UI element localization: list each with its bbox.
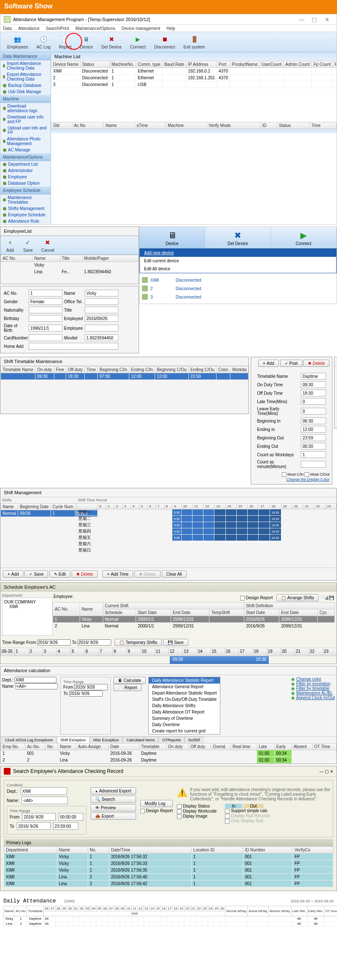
toolbar-disconnect[interactable]: ⏹Disconnect	[150, 34, 179, 50]
search-name[interactable]	[21, 797, 68, 804]
sidebar-item[interactable]: AC Manage	[0, 147, 51, 153]
report-option[interactable]: Daily Attendance OT Report	[149, 709, 220, 715]
report-option[interactable]: Daily Attendance Shifts	[149, 703, 220, 709]
sidebar-item[interactable]: Shifts Management	[0, 205, 51, 212]
minimize-button[interactable]: —	[295, 16, 308, 23]
report-dropdown[interactable]: Daily Attendance Statistic ReportAttenda…	[148, 677, 220, 735]
menu-edit-all[interactable]: Edit All device	[140, 265, 336, 273]
sm-save[interactable]: ✓ Save	[24, 571, 48, 578]
toolbar-report[interactable]: 📄Report	[55, 34, 76, 50]
report-option[interactable]: Attendance General Report	[149, 684, 220, 690]
calc-dept-select[interactable]	[14, 677, 56, 683]
toolbar-employees[interactable]: 👥Employees	[3, 34, 32, 50]
employee-list-title: EmployeeList	[0, 227, 139, 236]
dept-tree[interactable]: OUR COMPANY XIMI	[2, 598, 53, 635]
sidebar-item[interactable]: Import Attendance Checking Data	[0, 60, 51, 71]
sidebar-group: Machine	[0, 95, 51, 103]
preview-button[interactable]: 👁 Preview	[91, 804, 136, 811]
sidebar-item[interactable]: Usb Disk Manage	[0, 89, 51, 95]
menu-attendance[interactable]: Attendance	[18, 26, 40, 31]
calculate-button[interactable]: 🖩 Calculate	[113, 677, 146, 684]
sidebar-item[interactable]: Department List	[0, 161, 51, 167]
menu-edit-current[interactable]: Edit current device	[140, 257, 336, 265]
tt-post-button[interactable]: ✓ Post	[280, 360, 302, 367]
main-app-window: Attendance Management Program - [Temp-Su…	[0, 14, 337, 225]
add-button[interactable]: +Add	[1, 237, 19, 253]
report-option[interactable]: Create report for current grid	[149, 728, 220, 734]
toolbar-ac-log[interactable]: 🕓AC Log	[32, 34, 54, 50]
close-button[interactable]: ✕	[321, 16, 333, 23]
search-button[interactable]: 🔍 Search	[91, 796, 136, 803]
report-option[interactable]: Daily Overtime	[149, 722, 220, 728]
toolbar-exit-system[interactable]: 🚪Exit system	[179, 34, 209, 50]
sidebar-item[interactable]: Export Attendance Checking Data	[0, 71, 51, 82]
sidebar-item[interactable]: Administrator	[0, 167, 51, 174]
report-option[interactable]: Staff's On-Duty/Off-Duty Timetable	[149, 696, 220, 703]
menu-add-device[interactable]: Add new device	[140, 249, 336, 257]
machine-table: Device NameStatusMachineNo.Comm. typeBau…	[51, 61, 337, 88]
calc-name-select[interactable]	[16, 683, 58, 689]
maximize-button[interactable]: ▢	[308, 16, 321, 23]
sidebar-item[interactable]: Backup Database	[0, 82, 51, 89]
sidebar-item[interactable]: Upload user info and FP	[0, 125, 51, 136]
sm-clear[interactable]: Clear All	[162, 571, 187, 578]
sidebar-item[interactable]: Attendance Photo Management	[0, 136, 51, 147]
temp-shifts-button[interactable]: 📋 Temporary Shifts	[115, 639, 162, 646]
sidebar-item[interactable]: Attendance Rule	[0, 218, 51, 224]
sch-save-button[interactable]: 💾 Save	[163, 639, 188, 646]
gender-input[interactable]	[29, 298, 62, 305]
device-maint-window: Device maintenance Communication param N…	[334, 357, 337, 428]
menu-help[interactable]: Help	[166, 26, 175, 31]
menu-data[interactable]: Data	[3, 26, 12, 31]
modify-log-button[interactable]: Modify Log	[140, 800, 173, 807]
sm-delete[interactable]: ✖ Delete	[72, 571, 98, 578]
sidebar-item[interactable]: Employee	[0, 174, 51, 180]
arrange-shifts-button[interactable]: 📋 Arrange Shifts	[276, 594, 318, 601]
primary-logs-table: DepartmentNameNo.Date/TimeLocation IDID …	[4, 846, 333, 887]
report-option[interactable]: Depart Attendance Statistic Report	[149, 690, 220, 696]
save-button[interactable]: ✓Save	[19, 237, 37, 253]
connect-button-zoom[interactable]: ▶Connect	[271, 227, 337, 248]
employee-detail-form: AC No. Name Gender Office Tel. Nationali…	[0, 286, 139, 353]
sidebar-item[interactable]: Maintenance Timetables	[0, 194, 51, 205]
shift-mgmt-title: Shift Management	[0, 488, 337, 497]
report-button[interactable]: 📄 Report	[113, 684, 142, 691]
sch-from-date[interactable]	[37, 639, 71, 646]
menu-maintenance[interactable]: Maintenance/Options	[75, 26, 115, 31]
sm-deltime[interactable]: ✖ Delete	[134, 571, 160, 578]
acno-input[interactable]	[29, 290, 62, 296]
search-dept[interactable]	[21, 787, 67, 795]
sm-edit[interactable]: ✎ Edit	[49, 571, 70, 578]
cancel-button[interactable]: ✖Cancel	[37, 237, 59, 253]
change-color-link[interactable]: Change the Display Color	[286, 477, 330, 482]
sidebar-item[interactable]: Download attendance logs	[0, 103, 51, 114]
adv-export-button[interactable]: ⬥ Advanced Export	[91, 787, 136, 794]
sm-addtime[interactable]: + Add Time	[102, 571, 133, 578]
toolbar-connect[interactable]: ▶Connect	[126, 34, 150, 50]
menu-device[interactable]: Device management	[122, 26, 160, 31]
report-option[interactable]: Summary of Overtime	[149, 715, 220, 722]
name-input[interactable]	[85, 290, 118, 296]
toolbar-del-device[interactable]: ✖Del Device	[97, 34, 126, 50]
titlebar: Attendance Management Program - [Temp-Su…	[0, 14, 337, 25]
sm-add[interactable]: + Add	[3, 571, 24, 578]
tt-add-button[interactable]: + Add	[258, 360, 279, 367]
device-button-zoom[interactable]: 🖥Device	[139, 227, 205, 248]
sidebar-item[interactable]: Download user info and FP	[0, 114, 51, 125]
calc-title: Attendance calculation	[0, 666, 337, 675]
timetable-window: Shift Timetable Maintenance Timetable Na…	[0, 357, 249, 414]
search-window: Search Employee's Attendance Checking Re…	[0, 766, 337, 891]
primary-logs-header: Primary Logs	[4, 839, 333, 846]
tab-machine-list[interactable]: Machine List	[51, 52, 337, 61]
menu-search[interactable]: Search/Print	[46, 26, 69, 31]
toolbar-device[interactable]: 🖥Device	[76, 34, 97, 50]
del-device-button-zoom[interactable]: ✖Del Device	[205, 227, 271, 248]
sidebar-item[interactable]: Employee Schedule	[0, 212, 51, 218]
sidebar-item[interactable]: Database Option	[0, 180, 51, 186]
report-option[interactable]: Daily Attendance Statistic Report	[149, 677, 220, 684]
tt-delete-button[interactable]: ✖ Delete	[303, 360, 329, 367]
export-button[interactable]: 📤 Export	[91, 813, 136, 820]
sch-to-date[interactable]	[78, 639, 111, 646]
app-logo-icon	[4, 16, 11, 23]
device-maint-title: Device maintenance	[334, 357, 337, 366]
